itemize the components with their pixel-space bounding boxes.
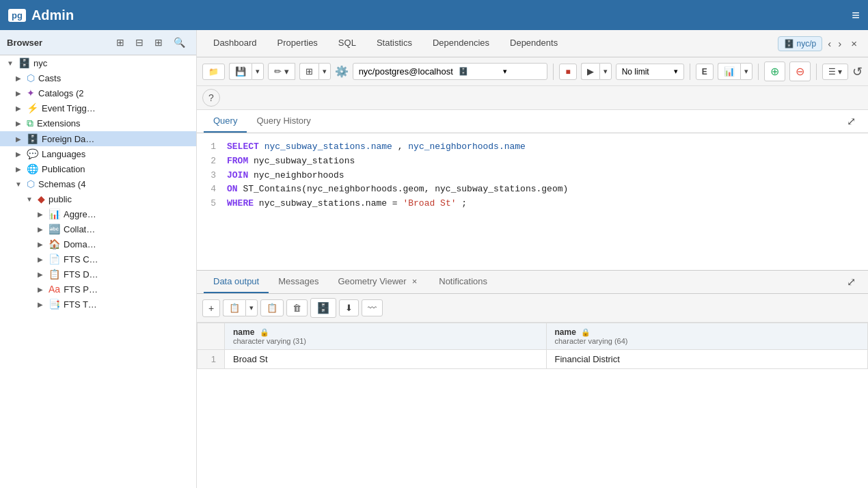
results-paste-btn[interactable]: 📋 xyxy=(260,299,284,316)
tab-properties[interactable]: Properties xyxy=(268,32,327,55)
nav-close-btn[interactable]: × xyxy=(847,36,861,51)
tree-arrow-casts: ▶ xyxy=(14,74,23,82)
help-toolbar: ? xyxy=(197,86,868,110)
results-add-row-btn[interactable]: + xyxy=(202,299,220,317)
results-copy-btn[interactable]: 📋 xyxy=(223,299,245,316)
explain-chart-dropdown-btn[interactable]: ▾ xyxy=(740,63,752,80)
tree-icon-foreign-data: 🗄️ xyxy=(27,133,38,144)
tree-item-fts-dict[interactable]: ▶ 📋 FTS D… xyxy=(0,267,196,282)
tab-messages[interactable]: Messages xyxy=(269,271,328,293)
tree-item-casts[interactable]: ▶ ⬡ Casts xyxy=(0,70,196,85)
results-delete-btn[interactable]: 🗑 xyxy=(286,299,308,316)
tree-item-catalogs[interactable]: ▶ ✦ Catalogs (2 xyxy=(0,85,196,100)
tab-dependents[interactable]: Dependents xyxy=(500,32,567,55)
query-expand-btn[interactable]: ⤢ xyxy=(841,112,861,131)
code-line-2: 2 FROM nyc_subway_stations xyxy=(202,154,863,169)
results-copy-dropdown-btn[interactable]: ▾ xyxy=(245,299,258,316)
results-table: name 🔒 character varying (31) name 🔒 cha… xyxy=(197,323,868,369)
col-type-1: character varying (31) xyxy=(233,337,538,345)
open-file-btn[interactable]: 📁 xyxy=(202,64,225,80)
results-chart-btn[interactable]: 〰 xyxy=(362,299,383,316)
tree-item-nyc[interactable]: ▼ 🗄️ nyc xyxy=(0,55,196,70)
line-num-2: 2 xyxy=(202,154,216,169)
tree-icon-collations: 🔤 xyxy=(49,223,60,234)
rollback-btn[interactable]: ⊖ xyxy=(789,62,811,81)
nav-next-btn[interactable]: › xyxy=(835,36,844,51)
db-tab[interactable]: 🗄️ nyc/p xyxy=(778,36,823,51)
tree-item-languages[interactable]: ▶ 💬 Languages xyxy=(0,146,196,161)
code-content-4: ON ST_Contains(nyc_neighborhoods.geom, n… xyxy=(227,182,863,197)
tree-icon-languages: 💬 xyxy=(27,148,38,159)
tree-item-extensions[interactable]: ▶ ⧉ Extensions xyxy=(0,116,196,131)
nav-prev-btn[interactable]: ‹ xyxy=(825,36,834,51)
tab-query-history[interactable]: Query History xyxy=(247,110,320,133)
explain-btn[interactable]: E xyxy=(696,64,714,80)
commit-btn[interactable]: ⊕ xyxy=(764,62,785,81)
tree-item-fts-template[interactable]: ▶ 📑 FTS T… xyxy=(0,297,196,312)
db-connection-select[interactable]: nyc/postgres@localhost 🗄️ ▾ xyxy=(353,63,548,80)
help-btn[interactable]: ? xyxy=(202,89,220,107)
line-num-4: 4 xyxy=(202,182,216,197)
toolbar-separator-1 xyxy=(553,64,554,80)
col-header-name-1: name 🔒 character varying (31) xyxy=(225,323,547,350)
results-expand-btn[interactable]: ⤢ xyxy=(841,273,861,291)
tree-item-foreign-data[interactable]: ▶ 🗄️ Foreign Da… xyxy=(0,131,196,146)
tab-data-output[interactable]: Data output xyxy=(204,271,269,293)
sidebar-search-btn[interactable]: 🔍 xyxy=(169,34,189,51)
code-editor[interactable]: 1 SELECT nyc_subway_stations.name , nyc_… xyxy=(197,133,868,270)
results-download-btn[interactable]: ⬇ xyxy=(339,299,359,316)
topbar: pg Admin ≡ xyxy=(0,0,868,30)
nav-arrows: ‹ › xyxy=(825,36,844,51)
tree-item-collations[interactable]: ▶ 🔤 Collat… xyxy=(0,221,196,236)
tree-item-domains[interactable]: ▶ 🏠 Doma… xyxy=(0,236,196,252)
tree-item-fts-parser[interactable]: ▶ Aa FTS P… xyxy=(0,282,196,297)
tree-label-casts: Casts xyxy=(38,73,61,83)
stop-btn[interactable]: ■ xyxy=(559,64,576,80)
tree-item-schemas[interactable]: ▼ ⬡ Schemas (4 xyxy=(0,176,196,191)
save-btn[interactable]: 💾 xyxy=(229,63,252,80)
tab-geometry-viewer[interactable]: Geometry Viewer × xyxy=(328,271,429,293)
sidebar-props-btn[interactable]: ⊞ xyxy=(150,34,167,51)
app-logo: pg Admin xyxy=(8,8,74,23)
tab-dependencies[interactable]: Dependencies xyxy=(423,32,499,55)
reload-btn[interactable]: ↺ xyxy=(852,64,863,79)
results-save-btn[interactable]: 🗄️ xyxy=(310,298,336,318)
save-dropdown-btn[interactable]: ▾ xyxy=(252,63,264,80)
tab-query[interactable]: Query xyxy=(204,110,247,133)
tree-arrow-foreign-data: ▶ xyxy=(14,135,23,143)
sidebar-list-view-btn[interactable]: ⊞ xyxy=(112,34,128,51)
tree-item-aggregates[interactable]: ▶ 📊 Aggre… xyxy=(0,206,196,221)
tab-dashboard[interactable]: Dashboard xyxy=(204,32,267,55)
filter-btn[interactable]: ⊞ xyxy=(299,63,318,80)
run-dropdown-btn[interactable]: ▾ xyxy=(599,63,612,80)
format-btn[interactable]: ☰ ▾ xyxy=(822,64,848,80)
table-header-row: name 🔒 character varying (31) name 🔒 cha… xyxy=(198,323,868,350)
hamburger-menu[interactable]: ≡ xyxy=(852,8,860,23)
code-content-3: JOIN nyc_neighborhoods xyxy=(227,169,863,183)
tree-icon-fts-template: 📑 xyxy=(49,299,60,310)
col-lock-1: 🔒 xyxy=(260,328,269,336)
limit-select[interactable]: No limit ▾ xyxy=(616,64,684,80)
data-table: name 🔒 character varying (31) name 🔒 cha… xyxy=(197,323,868,488)
tree-arrow-fts-dict: ▶ xyxy=(36,271,45,278)
tab-statistics[interactable]: Statistics xyxy=(367,32,422,55)
tree-icon-fts-config: 📄 xyxy=(49,254,60,265)
explain-chart-btn[interactable]: 📊 xyxy=(718,63,740,80)
sidebar-table-view-btn[interactable]: ⊟ xyxy=(131,34,148,51)
tree-item-public[interactable]: ▼ ◆ public xyxy=(0,191,196,206)
tree-icon-event-triggers: ⚡ xyxy=(27,103,38,113)
tree-item-fts-config[interactable]: ▶ 📄 FTS C… xyxy=(0,252,196,267)
tab-notifications[interactable]: Notifications xyxy=(429,271,497,293)
code-content-2: FROM nyc_subway_stations xyxy=(227,154,863,169)
cell-broad-st: Broad St xyxy=(225,350,547,369)
tree-item-publication[interactable]: ▶ 🌐 Publication xyxy=(0,161,196,176)
filter-dropdown-btn[interactable]: ▾ xyxy=(318,63,331,80)
run-btn[interactable]: ▶ xyxy=(581,63,599,80)
code-line-3: 3 JOIN nyc_neighborhoods xyxy=(202,169,863,183)
tree-arrow-extensions: ▶ xyxy=(14,120,23,127)
tab-sql[interactable]: SQL xyxy=(329,32,366,55)
tree-label-catalogs: Catalogs (2 xyxy=(38,88,83,98)
edit-btn[interactable]: ✏ ▾ xyxy=(268,63,295,80)
tree-item-event-triggers[interactable]: ▶ ⚡ Event Trigg… xyxy=(0,100,196,116)
geometry-viewer-close-btn[interactable]: × xyxy=(409,276,420,286)
